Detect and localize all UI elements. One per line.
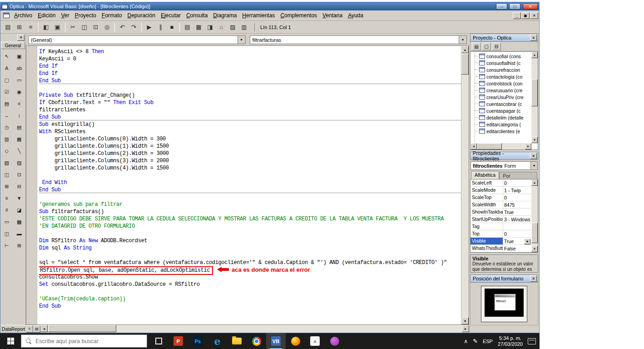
code-line[interactable] (39, 194, 461, 201)
menu-herramientas[interactable]: Herramientas (239, 11, 277, 20)
code-line[interactable] (39, 252, 461, 259)
code-line[interactable]: If KeyAscii <> 8 Then (39, 48, 461, 55)
code-line[interactable]: End Sub (39, 77, 461, 85)
project-tree-item[interactable]: consurefraccion (471, 66, 531, 73)
datacombo-tool[interactable]: ▼ (13, 192, 26, 204)
image-tool[interactable]: ▧ (0, 157, 13, 169)
sstab-tool[interactable]: ◫ (0, 228, 13, 239)
close-icon[interactable]: ✕ (530, 153, 537, 159)
property-row[interactable]: ScaleLeft0 (471, 179, 531, 187)
data-tool[interactable]: ▨ (13, 157, 26, 169)
dtpicker-tool[interactable]: ▭ (0, 216, 13, 228)
undo-icon[interactable]: ↶ (117, 22, 128, 32)
taskbar-search[interactable] (21, 334, 147, 348)
menu-depuración[interactable]: Depuración (125, 11, 158, 20)
hscrollbar-tool[interactable]: ↔ (0, 110, 13, 121)
scroll-thumb[interactable] (48, 325, 116, 332)
redo-icon[interactable]: ↷ (128, 22, 139, 32)
code-line[interactable]: End With (39, 179, 461, 186)
scroll-thumb[interactable] (531, 223, 538, 243)
chevron-down-icon[interactable]: ▼ (459, 36, 466, 44)
code-line[interactable] (39, 288, 461, 295)
end-icon[interactable]: ■ (166, 22, 178, 32)
chevron-down-icon[interactable]: ▼ (530, 162, 537, 170)
listbox-tool[interactable]: ≡ (13, 98, 26, 110)
code-line[interactable]: grillacliente.Columns(2).Width = 3000 (39, 150, 461, 157)
notification-center-icon[interactable] (528, 338, 536, 344)
picturebox-tool[interactable]: ▣ (13, 50, 26, 62)
property-row[interactable]: ScaleMode1 - Twip (471, 187, 531, 194)
code-lines[interactable]: If KeyAscii <> 8 ThenKeyAscii = 0End IfE… (39, 48, 461, 324)
taskbar-app-task-view[interactable] (149, 333, 168, 349)
menu-formato[interactable]: Formato (99, 11, 125, 20)
code-line[interactable] (39, 85, 461, 92)
code-line[interactable]: Sub filtrarfacturas() (39, 208, 461, 215)
progressbar-tool[interactable]: ▬ (13, 228, 26, 239)
paste-icon[interactable]: ⊡ (90, 22, 101, 32)
code-line[interactable]: Dim RSfiltro As New ADODB.Recordset (39, 237, 461, 244)
code-line[interactable]: 'UCase(Trim(cedula.caption)) (39, 295, 461, 303)
code-line[interactable]: filtrarclientes (39, 106, 461, 114)
open-project-icon[interactable]: ◧ (40, 22, 52, 32)
toolbox-icon[interactable]: ▨ (227, 22, 238, 32)
menu-edición[interactable]: Edición (35, 11, 58, 20)
data-view-icon[interactable]: ▥ (238, 22, 250, 32)
project-tree-item[interactable]: cuentascobrar (c (471, 100, 531, 107)
code-line[interactable]: End If (39, 70, 461, 77)
code-line[interactable]: End Sub (39, 303, 461, 310)
datalist-tool[interactable]: ≡ (0, 192, 13, 204)
menu-consulta[interactable]: Consulta (183, 11, 210, 20)
property-value-dropdown[interactable]: ▼ (524, 239, 530, 244)
code-line[interactable]: Sub estilogrilla() (39, 121, 461, 128)
mdi-close-button[interactable]: ✕ (530, 12, 538, 19)
datagrid-tool[interactable]: ⊞ (0, 180, 13, 192)
menu-proyecto[interactable]: Proyecto (72, 11, 99, 20)
toolbox-close-icon[interactable]: ✕ (17, 35, 25, 41)
scroll-down-icon[interactable]: ▼ (531, 246, 538, 252)
menu-ver[interactable]: Ver (58, 11, 72, 20)
code-editor[interactable]: If KeyAscii <> 8 ThenKeyAscii = 0End IfE… (26, 45, 469, 325)
scroll-left-icon[interactable]: ◄ (40, 325, 48, 332)
project-tree-item[interactable]: editarclientes (e (471, 128, 531, 135)
close-icon[interactable]: ✕ (530, 35, 537, 41)
code-line[interactable]: End Sub (39, 114, 461, 121)
dirlistbox-tool[interactable]: ▥ (0, 133, 13, 145)
code-line[interactable]: sql = "select * from ventafactura where … (39, 259, 461, 266)
code-line[interactable]: RSfiltro.Open sql, base, adOpenStatic, a… (39, 266, 461, 274)
scroll-thumb[interactable] (461, 54, 469, 75)
code-line[interactable]: Set consultacobros.grillacobro.DataSourc… (39, 281, 461, 288)
menu-editor-icon[interactable]: ≡ (25, 22, 36, 32)
optionbutton-tool[interactable]: ◉ (13, 86, 26, 98)
property-row[interactable]: WhatsThisButtonFalse (471, 245, 531, 252)
label-tool[interactable]: A (0, 62, 13, 74)
view-object-icon[interactable]: ▢ (482, 43, 491, 50)
minimize-button[interactable]: — (496, 3, 507, 10)
mdi-minimize-button[interactable]: _ (513, 12, 521, 19)
project-tree-item[interactable]: cuentaspagar (c (471, 107, 531, 114)
drivelistbox-tool[interactable]: ▤ (13, 121, 26, 133)
menu-complementos[interactable]: Complementos (277, 11, 320, 20)
clock[interactable]: 5:34 p. m. 27/03/2020 (498, 335, 523, 347)
property-row[interactable]: Top0 (471, 230, 531, 238)
scroll-down-icon[interactable]: ▼ (531, 137, 538, 143)
scroll-right-icon[interactable]: ► (525, 143, 531, 150)
code-vertical-scrollbar[interactable]: ▲ ▼ (461, 46, 469, 324)
filelistbox-tool[interactable]: ▦ (13, 133, 26, 145)
code-line[interactable]: With RSclientes (39, 128, 461, 135)
code-line[interactable]: Dim sql As String (39, 244, 461, 252)
ole-tool[interactable]: ◫ (0, 169, 13, 180)
property-row[interactable]: ScaleWidth8475 (471, 201, 531, 209)
commondialog-tool[interactable]: ⊡ (13, 169, 26, 180)
menu-diagrama[interactable]: Diagrama (210, 11, 239, 20)
code-line[interactable]: End If (39, 63, 461, 70)
adodc-tool[interactable]: ⊟ (13, 180, 26, 192)
close-button[interactable]: ✕ (523, 3, 538, 10)
scroll-left-icon[interactable]: ◄ (471, 143, 477, 150)
project-tree-item[interactable]: crearusuario (cre (471, 87, 531, 94)
mschart-tool[interactable]: ◪ (13, 204, 26, 216)
form-preview[interactable]: filtrocl (495, 294, 515, 310)
line-tool[interactable]: ╲ (13, 145, 26, 157)
pointer-tool[interactable]: ↖ (0, 50, 13, 62)
scroll-right-icon[interactable]: ► (462, 325, 469, 332)
tab-alphabetic[interactable]: Alfabética (471, 171, 499, 179)
